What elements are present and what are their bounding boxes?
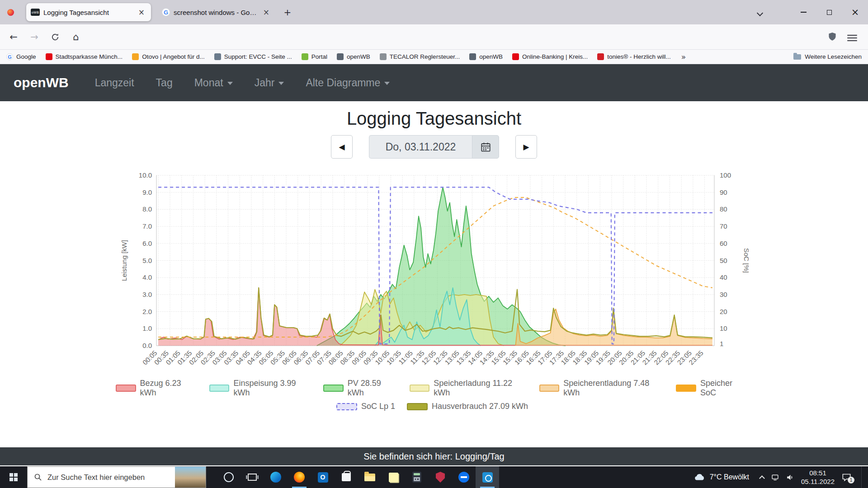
close-button[interactable]: × [842, 0, 868, 24]
nav-item-monat[interactable]: Monat [194, 77, 233, 89]
legend-item[interactable]: PV 28.59 kWh [323, 379, 397, 398]
nav-item-langzeit[interactable]: Langzeit [95, 77, 134, 89]
sticky-notes-icon [389, 473, 398, 482]
taskbar-clock[interactable]: 08:51 05.11.2022 [801, 469, 835, 486]
pinned-apps: O [217, 466, 499, 488]
page-content: openWB LangzeitTagMonatJahrAlte Diagramm… [0, 64, 868, 466]
legend-swatch-soclp [336, 403, 357, 410]
globe-favicon [337, 53, 344, 60]
task-view-button[interactable] [241, 466, 264, 488]
minimize-button[interactable] [791, 0, 816, 24]
weather-label: 7°C Bewölkt [710, 473, 749, 481]
more-bookmarks-label: Weitere Lesezeichen [805, 53, 862, 60]
portal-favicon [302, 53, 308, 60]
task-view-icon [248, 474, 257, 481]
firefox-button[interactable] [288, 466, 311, 488]
screenshot-app-button[interactable] [476, 466, 499, 488]
google-favicon: G [162, 8, 170, 16]
legend-item[interactable]: Bezug 6.23 kWh [116, 379, 198, 398]
tab-close-icon[interactable]: × [137, 8, 146, 17]
tab-close-icon[interactable]: × [261, 8, 271, 17]
volume-icon[interactable] [786, 474, 794, 481]
bookmark-item[interactable]: Portal [302, 53, 327, 60]
network-icon[interactable] [771, 474, 779, 481]
previous-day-button[interactable]: ◀ [331, 135, 353, 159]
reload-button[interactable] [48, 30, 62, 44]
legend-swatch-soc [676, 385, 696, 392]
bookmark-item[interactable]: Otovo | Angebot für d... [132, 53, 205, 60]
home-button[interactable]: ⌂ [69, 30, 83, 44]
tab-google-search[interactable]: G screenshot windows - Google S × [157, 3, 276, 21]
bookmark-item[interactable]: Stadtsparkasse Münch... [46, 53, 123, 60]
globe-favicon [214, 53, 221, 60]
calculator-icon [412, 472, 421, 483]
list-all-tabs-icon[interactable] [757, 10, 763, 16]
date-display[interactable]: Do, 03.11.2022 [369, 135, 472, 159]
legend-label: SoC Lp 1 [361, 402, 395, 411]
search-highlight-image[interactable] [175, 467, 206, 488]
maximize-button[interactable] [816, 0, 842, 24]
file-explorer-button[interactable] [358, 466, 382, 488]
action-center-button[interactable]: 1 [842, 473, 851, 482]
menu-hamburger-icon[interactable] [847, 33, 857, 43]
brand-logo[interactable]: openWB [14, 75, 69, 90]
extension-shield-icon[interactable] [827, 32, 837, 43]
breadcrumb-footer: Sie befinden sich hier: Logging/Tag [0, 447, 868, 465]
next-day-button[interactable]: ▶ [515, 135, 537, 159]
daily-chart[interactable]: 10.09.08.07.06.05.04.03.02.01.00.000:050… [116, 166, 749, 411]
page-title: Logging Tagesansicht [0, 101, 868, 129]
system-tray: 7°C Bewölkt 08:51 05.11.2022 1 [690, 466, 868, 488]
cortana-button[interactable] [217, 466, 241, 488]
sticky-notes-button[interactable] [382, 466, 405, 488]
openwb-navbar: openWB LangzeitTagMonatJahrAlte Diagramm… [0, 64, 868, 101]
bookmark-item[interactable]: tonies® - Herzlich will... [597, 53, 670, 60]
bookmark-item[interactable]: openWB [337, 53, 370, 60]
legend-item[interactable]: SoC Lp 1 [336, 402, 395, 411]
security-app-button[interactable] [429, 466, 452, 488]
weather-widget[interactable]: 7°C Bewölkt [690, 473, 753, 481]
calendar-button[interactable] [472, 135, 499, 159]
outlook-button[interactable]: O [311, 466, 335, 488]
tray-expand-icon[interactable] [759, 475, 765, 481]
nav-item-jahr[interactable]: Jahr [255, 77, 284, 89]
bookmark-item[interactable]: TECALOR Reglersteuer... [380, 53, 460, 60]
tab-title: screenshot windows - Google S [174, 9, 258, 16]
more-bookmarks[interactable]: Weitere Lesezeichen [793, 53, 862, 60]
firefox-icon[interactable] [7, 9, 14, 16]
svg-text:10: 10 [720, 324, 727, 332]
tab-logging[interactable]: oWB Logging Tagesansicht × [26, 3, 151, 21]
svg-text:5.0: 5.0 [142, 257, 152, 264]
bookmark-item[interactable]: Support: EVCC - Seite ... [214, 53, 292, 60]
nav-item-alte-diagramme[interactable]: Alte Diagramme [306, 77, 390, 89]
edge-button[interactable] [264, 466, 288, 488]
chevron-down-icon [278, 82, 284, 85]
legend-item[interactable]: Einspeisung 3.99 kWh [209, 379, 311, 398]
search-input[interactable] [47, 473, 146, 482]
chart-canvas[interactable]: 10.09.08.07.06.05.04.03.02.01.00.000:050… [116, 166, 749, 375]
legend-label: Bezug 6.23 kWh [140, 379, 198, 398]
legend-item[interactable]: Speicherentladung 7.48 kWh [539, 379, 665, 398]
security-shield-icon [436, 472, 445, 483]
sparkasse-favicon [46, 53, 52, 60]
show-desktop-button[interactable] [861, 466, 863, 488]
bookmark-item[interactable]: Online-Banking | Kreis... [512, 53, 588, 60]
taskbar-search[interactable] [27, 466, 206, 488]
bookmark-item[interactable]: openWB [469, 53, 503, 60]
start-button[interactable] [0, 466, 27, 488]
microsoft-store-button[interactable] [335, 466, 358, 488]
browser-titlebar: oWB Logging Tagesansicht × G screenshot … [0, 0, 868, 24]
back-button[interactable]: ← [6, 30, 21, 44]
legend-label: Speicherladung 11.22 kWh [434, 379, 527, 398]
legend-item[interactable]: Speicher SoC [676, 379, 749, 398]
svg-text:0.0: 0.0 [142, 342, 152, 349]
bookmarks-overflow-chevron[interactable]: » [681, 52, 686, 61]
legend-item[interactable]: Hausverbrauch 27.09 kWh [407, 402, 528, 411]
legend-item[interactable]: Speicherladung 11.22 kWh [410, 379, 528, 398]
new-tab-button[interactable]: + [281, 6, 294, 19]
bookmark-item[interactable]: GGoogle [6, 53, 36, 60]
forward-button[interactable]: → [27, 30, 42, 44]
nav-item-tag[interactable]: Tag [156, 77, 173, 89]
teamviewer-button[interactable] [452, 466, 476, 488]
calculator-button[interactable] [405, 466, 429, 488]
svg-text:70: 70 [720, 222, 727, 230]
